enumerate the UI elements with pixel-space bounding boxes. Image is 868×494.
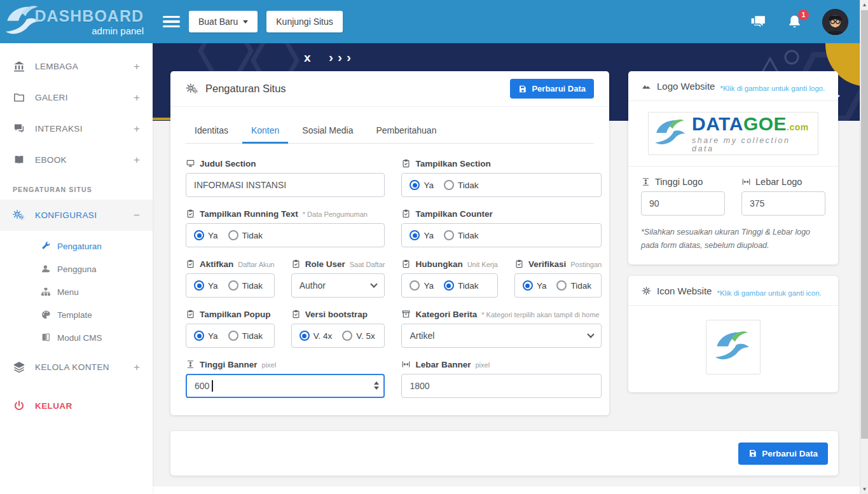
tampilkan-counter-radiogroup: Ya Tidak <box>401 223 602 247</box>
sidebar-item-konfigurasi[interactable]: KONFIGURASI − <box>0 200 153 231</box>
sidebar: LEMBAGA + GALERI + INTERAKSI + EBOOK + P… <box>0 43 153 494</box>
radio-tidak[interactable]: Tidak <box>228 230 263 240</box>
radio-label: Ya <box>537 281 547 291</box>
tinggi-logo-input[interactable] <box>641 191 725 216</box>
scrollbar-down-arrow[interactable]: ▼ <box>860 484 868 494</box>
radio-tidak[interactable]: Tidak <box>444 280 479 291</box>
submenu-item-pengguna[interactable]: Pengguna <box>0 257 153 280</box>
submenu-item-pengaturan[interactable]: Pengaturan <box>0 235 153 257</box>
radio-tidak[interactable]: Tidak <box>228 280 263 291</box>
field-label: Lebar Logo <box>755 177 802 187</box>
field-label: Lebar Banner <box>415 360 471 369</box>
radio-circle[interactable] <box>444 180 454 190</box>
cogs-icon <box>13 209 25 221</box>
radio-tidak[interactable]: Tidak <box>228 331 263 341</box>
radio-ya[interactable]: Ya <box>194 230 218 240</box>
lebar-logo-input[interactable] <box>741 191 825 216</box>
radio-circle[interactable] <box>410 180 420 190</box>
radio-circle[interactable] <box>228 280 238 291</box>
radio-circle[interactable] <box>228 230 238 240</box>
sidebar-item-keluar[interactable]: KELUAR <box>0 390 153 422</box>
verifikasi-radiogroup: Ya Tidak <box>514 273 602 298</box>
sidebar-item-ebook[interactable]: EBOOK + <box>0 144 153 175</box>
tab-sosial-media[interactable]: Sosial Media <box>293 120 362 144</box>
radio-ya[interactable]: Ya <box>523 280 547 291</box>
palette-icon <box>41 310 51 320</box>
sidebar-item-kelola-konten[interactable]: KELOLA KONTEN + <box>0 352 153 383</box>
radio-circle[interactable] <box>194 280 204 291</box>
radio-circle[interactable] <box>523 280 533 291</box>
scrollbar-thumb[interactable] <box>861 10 868 439</box>
tab-pemberitahuan[interactable]: Pemberitahuan <box>367 120 445 144</box>
radio-tidak[interactable]: Tidak <box>556 280 591 291</box>
hamburger-icon[interactable] <box>163 13 180 31</box>
icon-card-title: Icon Website <box>657 285 712 296</box>
visit-site-button[interactable]: Kunjungi Situs <box>266 11 343 32</box>
konfigurasi-submenu: Pengaturan Pengguna Menu Template Modul … <box>0 231 153 352</box>
tab-konten[interactable]: Konten <box>242 120 288 144</box>
expand-plus-icon: + <box>134 361 140 374</box>
bird-logo <box>654 118 688 149</box>
tab-identitas[interactable]: Identitas <box>186 120 237 144</box>
radio-circle[interactable] <box>410 230 420 240</box>
radio-circle[interactable] <box>342 331 352 341</box>
radio-ya[interactable]: Ya <box>194 331 218 341</box>
bird-icon-image <box>713 329 753 365</box>
radio-v4x[interactable]: V. 4x <box>300 331 333 341</box>
update-data-button-bottom[interactable]: Perbarui Data <box>738 443 828 465</box>
wrench-icon <box>41 241 51 251</box>
sidebar-item-interaksi[interactable]: INTERAKSI + <box>0 113 153 144</box>
image-icon <box>641 81 652 91</box>
sidebar-item-galeri[interactable]: GALERI + <box>0 82 153 113</box>
radio-v5x[interactable]: V. 5x <box>342 331 375 341</box>
radio-label: Tidak <box>458 231 479 240</box>
logo-image-upload[interactable]: DATAGOE.com share my collection data <box>628 101 838 166</box>
clipboard-check-icon <box>186 259 195 268</box>
field-label: Role User <box>305 259 345 269</box>
submenu-item-modul-cms[interactable]: Modul CMS <box>0 326 153 349</box>
submenu-item-template[interactable]: Template <box>0 303 153 326</box>
radio-ya[interactable]: Ya <box>410 280 434 291</box>
messages-icon[interactable] <box>750 14 767 30</box>
scrollbar-up-arrow[interactable]: ▲ <box>860 0 868 10</box>
judul-section-input[interactable] <box>186 173 385 197</box>
height-icon <box>641 177 651 186</box>
radio-circle[interactable] <box>444 230 454 240</box>
user-avatar[interactable] <box>822 9 848 35</box>
radio-circle[interactable] <box>556 280 567 291</box>
field-label: Tampilkan Running Text <box>200 209 298 219</box>
archive-icon <box>401 310 411 319</box>
role-user-select[interactable]: Author <box>291 273 385 298</box>
folder-icon <box>13 92 25 104</box>
lebar-banner-input[interactable] <box>401 374 602 398</box>
notifications-bell[interactable]: 1 <box>786 14 803 30</box>
kategori-berita-select[interactable]: Artikel <box>401 324 602 348</box>
update-data-button-top[interactable]: Perbarui Data <box>510 79 594 99</box>
field-tampilkan-popup: Tampilkan Popup Ya Tidak <box>186 308 275 348</box>
icon-image-upload[interactable] <box>628 306 838 392</box>
scrollbar[interactable]: ▲ ▼ <box>860 0 868 494</box>
radio-tidak[interactable]: Tidak <box>444 180 479 190</box>
footer-actions-bar: Perbarui Data <box>170 431 838 476</box>
collapse-minus-icon: − <box>134 209 140 222</box>
radio-circle[interactable] <box>444 280 454 291</box>
create-new-button[interactable]: Buat Baru <box>189 11 258 32</box>
expand-plus-icon: + <box>134 92 140 104</box>
radio-circle[interactable] <box>228 331 238 341</box>
sidebar-item-lembaga[interactable]: LEMBAGA + <box>0 51 153 82</box>
radio-ya[interactable]: Ya <box>194 280 218 291</box>
clipboard-check-icon <box>401 259 411 268</box>
radio-ya[interactable]: Ya <box>410 230 434 240</box>
icon-website-card: Icon Website *Klik di gambar untuk ganti… <box>628 276 838 392</box>
radio-tidak[interactable]: Tidak <box>444 230 479 240</box>
radio-ya[interactable]: Ya <box>410 180 434 190</box>
field-tinggi-logo: Tinggi Logo <box>641 176 725 216</box>
radio-circle[interactable] <box>194 230 204 240</box>
tinggi-banner-input[interactable] <box>186 374 385 398</box>
radio-circle[interactable] <box>300 331 310 341</box>
brand-logo[interactable]: DASHBOARD admin panel <box>0 0 153 43</box>
submenu-item-menu[interactable]: Menu <box>0 280 153 303</box>
number-spinner[interactable] <box>374 381 379 390</box>
radio-circle[interactable] <box>194 331 204 341</box>
radio-circle[interactable] <box>410 280 420 291</box>
